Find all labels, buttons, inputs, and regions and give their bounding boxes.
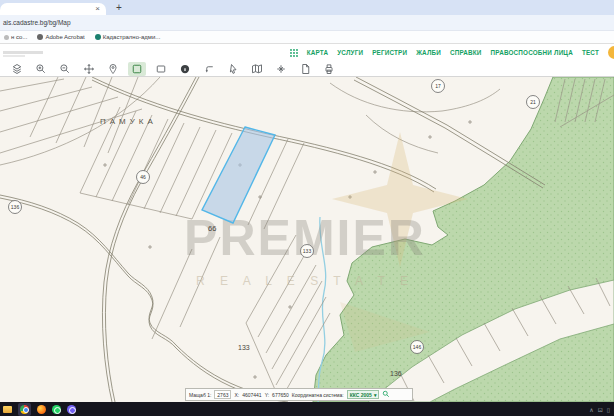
- x-value: 4607441: [242, 392, 261, 398]
- parcel-label-136: 136: [390, 370, 402, 377]
- map-toolbar: [0, 61, 614, 77]
- menu-item-registri[interactable]: РЕГИСТРИ: [372, 49, 407, 56]
- firefox-icon[interactable]: [37, 405, 46, 414]
- locality-label: ПАМУКА: [100, 117, 157, 126]
- menu-item-karta[interactable]: КАРТА: [307, 49, 329, 56]
- back-extent-icon[interactable]: [200, 62, 218, 76]
- menu-item-spravki[interactable]: СПРАВКИ: [450, 49, 482, 56]
- road-circle-146: 146: [413, 344, 422, 350]
- select-area-icon[interactable]: [128, 62, 146, 76]
- search-icon: [382, 390, 390, 398]
- crs-select[interactable]: ККС 2005 ▾: [347, 390, 380, 399]
- menu-item-pravosposobni[interactable]: ПРАВОСПОСОБНИ ЛИЦА: [491, 49, 573, 56]
- crs-value: ККС 2005: [350, 391, 372, 399]
- system-tray: ∧ ⊡ ▯: [589, 406, 614, 413]
- globe-icon: [37, 34, 43, 40]
- road-circle-46: 46: [140, 174, 146, 180]
- road-circle-136: 136: [11, 204, 20, 210]
- menu-item-uslugi[interactable]: УСЛУГИ: [337, 49, 363, 56]
- apps-grid-icon[interactable]: [290, 49, 298, 57]
- layers-icon[interactable]: [8, 62, 26, 76]
- browser-tabstrip: × +: [0, 0, 614, 15]
- chrome-icon: [20, 405, 29, 414]
- site-header: КАРТА УСЛУГИ РЕГИСТРИ ЖАЛБИ СПРАВКИ ПРАВ…: [0, 44, 614, 61]
- menu-item-test[interactable]: ТЕСТ: [582, 49, 599, 56]
- identify-info-icon[interactable]: [176, 62, 194, 76]
- scale-value-input[interactable]: 2763: [214, 390, 231, 399]
- crs-label: Координатна система:: [292, 392, 344, 398]
- zoom-in-icon[interactable]: [32, 62, 50, 76]
- bookmark-label: н со...: [11, 34, 27, 40]
- chrome-taskbar-button[interactable]: [18, 403, 31, 416]
- print-icon[interactable]: [320, 62, 338, 76]
- pointer-icon[interactable]: [224, 62, 242, 76]
- x-label: X:: [234, 392, 239, 398]
- select-rect-icon[interactable]: [152, 62, 170, 76]
- bookmark-icon: [4, 35, 9, 40]
- bookmark-label: Adobe Acrobat: [45, 34, 84, 40]
- road-circle-17: 17: [435, 83, 441, 89]
- scale-label: Мащаб 1:: [189, 392, 211, 398]
- bookmarks-bar: н со... Adobe Acrobat Кадастрално-адми..…: [0, 31, 614, 44]
- road-circle-133: 133: [303, 248, 312, 254]
- document-icon[interactable]: [296, 62, 314, 76]
- bookmark-item-adobe[interactable]: Adobe Acrobat: [37, 34, 84, 40]
- coordinate-search-button[interactable]: [382, 390, 390, 399]
- y-value: 677650: [272, 392, 289, 398]
- measure-icon[interactable]: [272, 62, 290, 76]
- explorer-icon[interactable]: [3, 406, 12, 413]
- parcel-label-133: 133: [238, 344, 250, 351]
- map-status-bar: Мащаб 1: 2763 X: 4607441 Y: 677650 Коорд…: [185, 388, 413, 401]
- locate-pin-icon[interactable]: [104, 62, 122, 76]
- site-logo-subtext: [3, 55, 25, 57]
- parcel-label-66: 66: [208, 224, 216, 233]
- user-avatar[interactable]: [608, 46, 614, 59]
- whatsapp-icon[interactable]: [52, 405, 61, 414]
- bookmark-label: Кадастрално-адми...: [103, 34, 161, 40]
- tray-icon-2[interactable]: ▯: [607, 406, 610, 413]
- chevron-down-icon: ▾: [374, 391, 377, 399]
- zoom-out-icon[interactable]: [56, 62, 74, 76]
- tray-chevron-icon[interactable]: ∧: [589, 406, 593, 413]
- main-menu: КАРТА УСЛУГИ РЕГИСТРИ ЖАЛБИ СПРАВКИ ПРАВ…: [290, 44, 614, 61]
- browser-urlbar[interactable]: ais.cadastre.bg/bg/Map: [0, 15, 614, 31]
- browser-tab[interactable]: ×: [0, 3, 106, 15]
- tab-close-icon[interactable]: ×: [95, 3, 100, 15]
- map-sheets-icon[interactable]: [248, 62, 266, 76]
- map-canvas[interactable]: PREMIER R E A L E S T A T E ПАМУКА 66 13…: [0, 77, 614, 402]
- pan-icon[interactable]: [80, 62, 98, 76]
- bookmark-item-cadastre[interactable]: Кадастрално-адми...: [95, 34, 161, 40]
- tray-icon-1[interactable]: ⊡: [598, 406, 603, 413]
- screen: × + ais.cadastre.bg/bg/Map н со... Adobe…: [0, 0, 614, 416]
- site-logo-text: [3, 51, 43, 54]
- new-tab-button[interactable]: +: [116, 1, 122, 15]
- url-text[interactable]: ais.cadastre.bg/bg/Map: [0, 19, 71, 26]
- viber-icon[interactable]: [67, 405, 76, 414]
- bookmark-item[interactable]: н со...: [4, 34, 27, 40]
- y-label: Y:: [265, 392, 269, 398]
- selected-parcel[interactable]: [202, 127, 275, 223]
- taskbar: ∧ ⊡ ▯: [0, 402, 614, 416]
- menu-item-zhalbi[interactable]: ЖАЛБИ: [416, 49, 441, 56]
- site-favicon-icon: [95, 34, 101, 40]
- cadastre-map-svg: PREMIER R E A L E S T A T E ПАМУКА 66 13…: [0, 77, 614, 402]
- road-circle-21: 21: [530, 99, 536, 105]
- watermark-subtitle: R E A L E S T A T E: [196, 274, 414, 288]
